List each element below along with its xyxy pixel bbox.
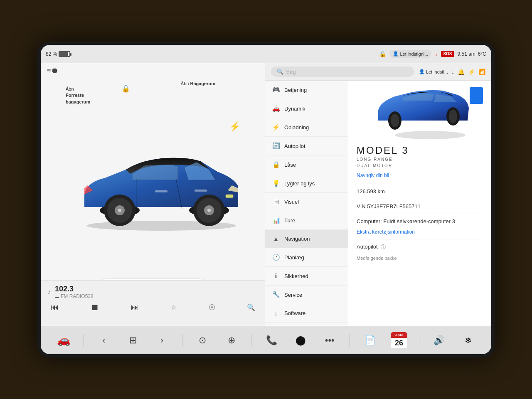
audio-controls: ⏮ ⏹ ⏭ ☆ ⦿ 🔍 [41,301,265,314]
taskbar-files[interactable]: 📄 [361,335,379,346]
menu-item-sikkerhed[interactable]: ℹ Sikkerhed [265,267,348,286]
car-svg [72,140,251,232]
menu-item-opladning[interactable]: ⚡ Opladning [265,118,348,137]
rename-link[interactable]: Navngiv din bil [357,172,389,178]
navigation-icon: ▲ [272,235,280,242]
taskbar-menu-dots[interactable]: ••• [320,335,339,346]
search-audio-button[interactable]: 🔍 [247,303,255,311]
search-bar[interactable]: 🔍 Søg [271,66,414,77]
taskbar-car[interactable]: 🚗 [54,334,73,347]
taskbar-sep-2 [182,334,182,347]
taskbar-nav-right[interactable]: › [153,335,171,346]
rename-container: Navngiv din bil [357,171,483,179]
autopilot-row: Autopilot ⓘ [357,244,483,251]
bluetooth-icon[interactable]: ⚡ [468,69,475,75]
top-front-right-inner [449,110,457,123]
taskbar-phone[interactable]: 📞 [262,335,281,346]
search-icon: 🔍 [277,69,283,75]
download-icon-top: ↓ [435,51,438,57]
menu-item-betjening[interactable]: 🎮 Betjening [265,81,348,99]
taskbar-fingerprint2[interactable]: ⊕ [222,335,241,346]
taskbar-fingerprint1[interactable]: ⊙ [193,335,212,346]
info-divider-2 [357,199,483,199]
charge-port [226,195,233,198]
left-panel: ≡⏺ Åbn Forreste bagagerum 🔓 Åbn Bagageru… [41,63,265,326]
betjening-label: Betjening [284,87,307,93]
visuel-icon: 🖥 [272,198,280,205]
right-panel-header: 🔍 Søg 👤 Let indsti... ↓ 🔔 ⚡ 📶 [265,63,491,81]
right-panel: 🔍 Søg 👤 Let indsti... ↓ 🔔 ⚡ 📶 [265,63,491,326]
left-panel-top: ≡⏺ [41,63,265,79]
equalizer-button[interactable]: ⦿ [209,304,215,311]
menu-item-visuel[interactable]: 🖥 Visuel [265,193,348,211]
taskbar-weather[interactable]: ❄ [459,335,478,345]
vehicle-top-image [370,87,470,141]
vin-label: VIN [357,203,366,209]
lygter-icon: 💡 [272,180,280,187]
menu-item-service[interactable]: 🔧 Service [265,286,348,304]
stop-button[interactable]: ⏹ [91,303,99,312]
annotation-rear-line2: Bagagerum [190,81,215,86]
time-display: 9.51 am 6°C [458,51,487,57]
model-variant-line2: DUAL MOTOR [357,163,483,169]
annotation-rear-trunk[interactable]: Åbn Bagagerum [181,81,215,87]
dots-menu-icon: ••• [325,335,335,346]
door-handle-front [195,190,207,192]
dynamik-label: Dynamik [284,106,305,112]
user-label-top: Let indstigni... [400,52,429,57]
time: 9.51 am [458,51,475,57]
car-image-area: ⚡ [62,96,261,276]
volume-icon: 🔊 [433,335,445,346]
visuel-label: Visuel [284,199,299,205]
mileage-row: 126.593 km [357,188,483,195]
service-label: Service [284,292,302,298]
favorite-button[interactable]: ☆ [171,303,177,311]
taskbar-nav-left[interactable]: ‹ [95,335,113,346]
car-home-icon: 🚗 [57,334,70,347]
menu-item-software[interactable]: ↓ Software [265,304,348,323]
extra-info-link[interactable]: Ekstra køretøjsinformation [357,229,415,235]
rear-wheel-center [118,209,121,212]
menu-item-lase[interactable]: 🔒 Låse [265,155,348,174]
user-icon: 👤 [393,51,399,57]
menu-item-lygter[interactable]: 💡 Lygter og lys [265,174,348,193]
right-panel-content: 🎮 Betjening 🚗 Dynamik ⚡ Opladning 🔄 [265,81,491,326]
taskbar-calendar[interactable]: JAN 26 [390,332,408,348]
vehicle-color-indicator [470,87,483,104]
taskbar-sep-3 [251,334,251,347]
menu-item-planlaeg[interactable]: 🕐 Planlæg [265,248,348,267]
screen-inner: 82 % 🔒 👤 Let indstigni... ↓ SOS 9.51 am … [41,45,491,354]
menu-icon[interactable]: ≡⏺ [47,66,59,75]
info-divider-1 [357,184,483,184]
software-label: Software [284,310,305,316]
menu-item-navigation[interactable]: ▲ Navigation [265,230,348,248]
audio-details: 102.3 ▬ FM RADIO538 [55,285,94,299]
autopilot-label: Autopilot [357,244,378,250]
door-handle-rear [155,190,167,192]
header-icons: 👤 Let indsti... ↓ 🔔 ⚡ 📶 [419,69,485,75]
menu-item-ture[interactable]: 📊 Ture [265,211,348,230]
user-badge[interactable]: 👤 Let indstigni... [389,50,432,58]
autopilot-info-icon[interactable]: ⓘ [381,244,386,250]
service-icon: 🔧 [272,291,280,298]
taskbar-grid[interactable]: ⊞ [124,335,142,346]
top-shadow [395,131,466,139]
top-bar-center: 🔒 👤 Let indstigni... ↓ SOS 9.51 am 6°C [379,50,487,58]
taskbar-dot[interactable]: ⬤ [291,335,310,346]
top-bar-left: 82 % [46,51,376,57]
download-icon-right: ↓ [451,69,454,75]
annotation-rear-line1: Åbn [181,81,189,86]
prev-track-button[interactable]: ⏮ [51,303,59,312]
car-silhouette [72,140,251,232]
lock-icon-small: 🔒 [379,51,386,57]
taskbar-volume[interactable]: 🔊 [430,335,448,346]
battery-info: 82 % [46,51,70,57]
dynamik-icon: 🚗 [272,105,280,112]
battery-fill [59,52,68,56]
menu-item-dynamik[interactable]: 🚗 Dynamik [265,99,348,118]
menu-item-autopilot[interactable]: 🔄 Autopilot [265,137,348,155]
next-track-button[interactable]: ⏭ [131,303,139,312]
opladning-label: Opladning [284,124,309,131]
bell-icon[interactable]: 🔔 [458,69,465,75]
taskbar-sep-5 [419,334,419,347]
